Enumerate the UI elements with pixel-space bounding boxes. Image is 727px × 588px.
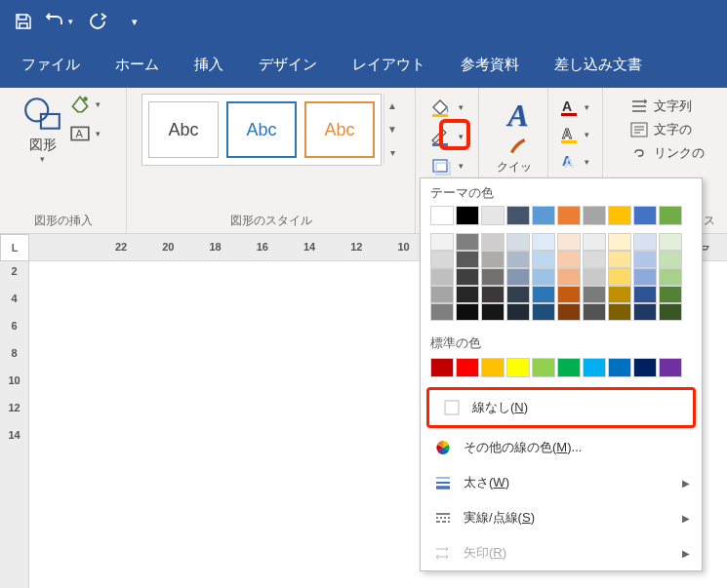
color-swatch[interactable] xyxy=(532,303,555,321)
tab-mailings[interactable]: 差し込み文書 xyxy=(537,44,660,88)
style-thumb-2[interactable]: Abc xyxy=(226,101,297,158)
tab-layout[interactable]: レイアウト xyxy=(335,44,443,88)
color-swatch[interactable] xyxy=(456,233,479,251)
ruler-vertical[interactable]: 2 4 6 8 10 12 14 xyxy=(0,261,29,588)
color-swatch[interactable] xyxy=(430,268,454,286)
color-swatch[interactable] xyxy=(456,358,479,377)
shape-outline-button[interactable]: ▾ xyxy=(427,125,466,148)
color-swatch[interactable] xyxy=(456,251,479,268)
no-outline-item[interactable]: 線なし(N) xyxy=(426,387,696,428)
color-swatch[interactable] xyxy=(659,206,682,225)
color-swatch[interactable] xyxy=(608,303,631,321)
color-swatch[interactable] xyxy=(557,358,581,377)
style-thumb-1[interactable]: Abc xyxy=(148,101,219,158)
color-swatch[interactable] xyxy=(506,251,530,268)
color-swatch[interactable] xyxy=(557,268,581,286)
text-effects-button[interactable]: AA ▾ xyxy=(558,152,593,172)
color-swatch[interactable] xyxy=(430,286,454,303)
color-swatch[interactable] xyxy=(506,233,530,251)
outline-arrows-item[interactable]: 矢印(R) ▶ xyxy=(421,535,702,570)
style-thumb-3[interactable]: Abc xyxy=(304,101,375,158)
more-outline-colors-item[interactable]: その他の線の色(M)... xyxy=(421,430,702,465)
create-link-button[interactable]: リンクの xyxy=(630,144,705,162)
color-swatch[interactable] xyxy=(583,358,606,377)
color-swatch[interactable] xyxy=(532,233,555,251)
text-direction-button[interactable]: 文字列 xyxy=(630,98,705,115)
color-swatch[interactable] xyxy=(506,358,530,377)
color-swatch[interactable] xyxy=(430,233,454,251)
color-swatch[interactable] xyxy=(583,251,606,268)
color-swatch[interactable] xyxy=(557,286,581,303)
color-swatch[interactable] xyxy=(608,233,631,251)
tab-design[interactable]: デザイン xyxy=(241,44,335,88)
color-swatch[interactable] xyxy=(633,286,657,303)
outline-weight-item[interactable]: 太さ(W) ▶ xyxy=(421,465,702,500)
color-swatch[interactable] xyxy=(430,358,454,377)
tab-references[interactable]: 参考資料 xyxy=(443,44,537,88)
tab-insert[interactable]: 挿入 xyxy=(177,44,241,88)
redo-button[interactable] xyxy=(82,6,113,37)
color-swatch[interactable] xyxy=(583,268,606,286)
color-swatch[interactable] xyxy=(506,268,530,286)
color-swatch[interactable] xyxy=(456,268,479,286)
tab-file[interactable]: ファイル xyxy=(4,44,98,88)
color-swatch[interactable] xyxy=(481,206,505,225)
color-swatch[interactable] xyxy=(659,268,682,286)
text-outline-button[interactable]: A ▾ xyxy=(558,125,593,144)
color-swatch[interactable] xyxy=(506,286,530,303)
edit-shape-button[interactable]: ▾ xyxy=(69,94,104,115)
color-swatch[interactable] xyxy=(659,251,682,268)
align-text-button[interactable]: 文字の xyxy=(630,121,705,138)
color-swatch[interactable] xyxy=(608,286,631,303)
color-swatch[interactable] xyxy=(633,233,657,251)
color-swatch[interactable] xyxy=(456,286,479,303)
gallery-more[interactable]: ▾ xyxy=(384,144,400,160)
color-swatch[interactable] xyxy=(532,358,555,377)
color-swatch[interactable] xyxy=(557,206,581,225)
text-fill-button[interactable]: A ▾ xyxy=(558,98,593,117)
color-swatch[interactable] xyxy=(456,206,479,225)
color-swatch[interactable] xyxy=(608,251,631,268)
color-swatch[interactable] xyxy=(481,268,505,286)
color-swatch[interactable] xyxy=(583,206,606,225)
color-swatch[interactable] xyxy=(557,303,581,321)
color-swatch[interactable] xyxy=(532,286,555,303)
outline-dropdown-arrow[interactable]: ▾ xyxy=(455,131,466,142)
color-swatch[interactable] xyxy=(481,251,505,268)
color-swatch[interactable] xyxy=(430,303,454,321)
customize-qat-button[interactable]: ▾ xyxy=(119,6,150,37)
color-swatch[interactable] xyxy=(633,303,657,321)
text-box-button[interactable]: A ▾ xyxy=(69,123,104,144)
gallery-down[interactable]: ▼ xyxy=(384,121,400,137)
gallery-up[interactable]: ▲ xyxy=(384,98,400,113)
tab-home[interactable]: ホーム xyxy=(98,44,177,88)
shape-effects-button[interactable]: ▾ xyxy=(427,154,466,177)
color-swatch[interactable] xyxy=(481,286,505,303)
color-swatch[interactable] xyxy=(608,268,631,286)
color-swatch[interactable] xyxy=(633,206,657,225)
color-swatch[interactable] xyxy=(659,358,682,377)
color-swatch[interactable] xyxy=(608,358,631,377)
shapes-button[interactable]: 図形 ▾ xyxy=(22,94,63,164)
color-swatch[interactable] xyxy=(633,251,657,268)
color-swatch[interactable] xyxy=(633,268,657,286)
color-swatch[interactable] xyxy=(506,303,530,321)
color-swatch[interactable] xyxy=(583,286,606,303)
shape-style-gallery[interactable]: Abc Abc Abc xyxy=(141,94,382,166)
undo-button[interactable]: ▾ xyxy=(45,6,76,37)
color-swatch[interactable] xyxy=(506,206,530,225)
color-swatch[interactable] xyxy=(659,233,682,251)
color-swatch[interactable] xyxy=(456,303,479,321)
color-swatch[interactable] xyxy=(532,268,555,286)
color-swatch[interactable] xyxy=(481,303,505,321)
color-swatch[interactable] xyxy=(659,286,682,303)
color-swatch[interactable] xyxy=(608,206,631,225)
color-swatch[interactable] xyxy=(532,251,555,268)
color-swatch[interactable] xyxy=(430,251,454,268)
color-swatch[interactable] xyxy=(481,358,505,377)
outline-dashes-item[interactable]: 実線/点線(S) ▶ xyxy=(421,500,702,535)
color-swatch[interactable] xyxy=(557,233,581,251)
color-swatch[interactable] xyxy=(430,206,454,225)
shape-fill-button[interactable]: ▾ xyxy=(427,96,466,119)
save-button[interactable] xyxy=(8,6,39,37)
